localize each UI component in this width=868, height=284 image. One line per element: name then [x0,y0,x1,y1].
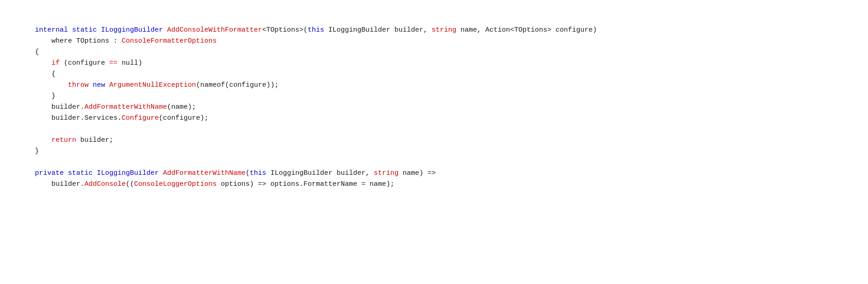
code-token [18,135,51,146]
code-token: AddFormatterWithName [163,168,246,179]
code-token: AddFormatterWithName [84,102,167,113]
code-token: name) => [398,168,436,179]
code-line: { [0,69,868,80]
code-token: (nameof(configure)); [196,80,279,91]
code-token: this [308,25,324,36]
code-token [18,58,51,69]
code-token: (configure); [159,113,208,124]
code-line: where TOptions : ConsoleFormatterOptions [0,36,868,47]
code-token: where TOptions : [18,36,122,47]
code-line: builder.AddConsole((ConsoleLoggerOptions… [0,179,868,190]
code-token: } [18,91,56,102]
code-token: ILoggingBuilder builder, [324,25,431,36]
code-token: if [51,58,60,69]
code-token: name, Action<TOptions> configure) [456,25,597,36]
code-line: } [0,146,868,157]
code-token: ConsoleFormatterOptions [122,36,217,47]
code-token: builder; [76,135,113,146]
code-token: <TOptions>( [262,25,308,36]
code-token: AddConsole [84,179,126,190]
code-token: options) => options.FormatterName = name… [217,179,394,190]
code-editor: internal static ILoggingBuilder AddConso… [0,9,868,195]
code-token: builder. [18,179,84,190]
code-line [0,157,868,168]
code-token: string [431,25,456,36]
code-token: ArgumentNullException [109,80,196,91]
code-token: (( [126,179,134,190]
code-token: AddConsoleWithFormatter [167,25,262,36]
code-token: throw [68,80,89,91]
code-token: private static ILoggingBuilder [18,168,163,179]
code-token: new [93,80,105,91]
code-token: builder. [18,102,84,113]
code-token: internal static ILoggingBuilder [18,25,167,36]
code-token: this [250,168,266,179]
code-line: return builder; [0,135,868,146]
code-token: builder.Services. [18,113,122,124]
code-token: { [18,47,39,58]
code-line: builder.AddFormatterWithName(name); [0,102,868,113]
code-token: ( [246,168,250,179]
code-line: builder.Services.Configure(configure); [0,113,868,124]
code-token [89,80,93,91]
code-token: return [51,135,76,146]
code-token [18,80,68,91]
code-token: } [18,146,39,157]
code-line: if (configure == null) [0,58,868,69]
code-line [0,124,868,135]
code-token: { [18,69,56,80]
code-token: (configure [60,58,109,69]
code-token: null) [118,58,142,69]
code-token: ConsoleLoggerOptions [134,179,217,190]
code-token: (name); [167,102,196,113]
code-line: private static ILoggingBuilder AddFormat… [0,168,868,179]
code-line: } [0,91,868,102]
code-token: string [374,168,398,179]
code-line: internal static ILoggingBuilder AddConso… [0,25,868,36]
code-line: throw new ArgumentNullException(nameof(c… [0,80,868,91]
code-token: Configure [122,113,159,124]
code-token: == [109,58,118,69]
code-token [105,80,109,91]
code-token: ILoggingBuilder builder, [266,168,374,179]
code-line: { [0,47,868,58]
